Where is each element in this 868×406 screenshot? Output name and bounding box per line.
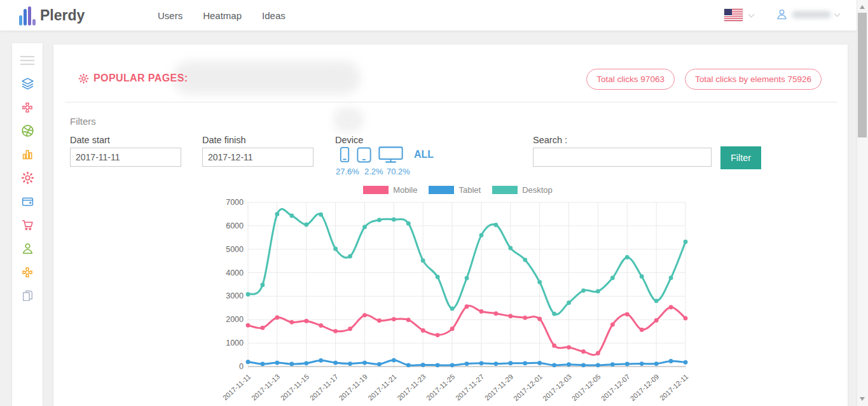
filters-title: Filters — [70, 116, 96, 127]
svg-text:2000: 2000 — [226, 315, 244, 324]
svg-text:2017-11-25: 2017-11-25 — [425, 373, 456, 402]
legend-item-mobile[interactable]: Mobile — [363, 185, 417, 195]
nav-item-users[interactable]: Users — [158, 10, 183, 21]
svg-text:2017-11-15: 2017-11-15 — [279, 373, 310, 402]
page-title: POPULAR PAGES: — [93, 73, 188, 84]
svg-text:2017-11-27: 2017-11-27 — [454, 373, 485, 402]
svg-text:1000: 1000 — [226, 339, 244, 347]
language-selector[interactable] — [724, 9, 754, 21]
svg-text:2017-11-21: 2017-11-21 — [366, 373, 397, 402]
svg-text:7000: 7000 — [226, 198, 244, 207]
blurred-site-detail — [333, 107, 364, 132]
menu-icon[interactable] — [12, 48, 43, 72]
page-title-row: POPULAR PAGES: — [78, 73, 188, 84]
desktop-device-icon[interactable] — [378, 146, 403, 163]
clicks-line-chart[interactable]: 010002000300040005000600070002017-11-112… — [223, 197, 693, 406]
plerdy-dashboard: Plerdy Users Heatmap Ideas — [0, 0, 868, 406]
cart-icon[interactable] — [12, 213, 43, 237]
total-clicks-elements-badge: Total clicks by elements 75926 — [685, 69, 822, 90]
device-label: Device — [335, 135, 363, 145]
device-shares: 27.6% 2.2% 70.2% — [336, 167, 410, 176]
svg-text:3000: 3000 — [226, 291, 244, 300]
total-clicks-badge: Total clicks 97063 — [586, 69, 675, 90]
top-header: Plerdy Users Heatmap Ideas — [0, 0, 857, 31]
date-finish-input[interactable] — [202, 148, 313, 167]
gear-icon[interactable] — [12, 166, 43, 190]
svg-text:2017-11-17: 2017-11-17 — [308, 373, 340, 402]
user-icon[interactable] — [12, 237, 43, 260]
puzzle-alt-icon[interactable] — [12, 260, 43, 284]
filter-button[interactable]: Filter — [720, 146, 761, 169]
date-finish-label: Date finish — [202, 135, 246, 145]
svg-text:2017-12-11: 2017-12-11 — [658, 373, 689, 402]
plerdy-logo[interactable]: Plerdy — [19, 5, 85, 25]
documents-icon[interactable] — [12, 284, 43, 307]
account-menu[interactable] — [776, 8, 839, 20]
device-filter: ALL — [340, 146, 434, 163]
top-navigation: Users Heatmap Ideas — [158, 0, 286, 31]
date-start-label: Date start — [70, 135, 110, 145]
search-input[interactable] — [533, 148, 712, 167]
layers-icon[interactable] — [12, 72, 43, 95]
legend-item-tablet[interactable]: Tablet — [429, 185, 481, 195]
sidebar — [12, 43, 43, 406]
nav-item-heatmap[interactable]: Heatmap — [203, 10, 242, 21]
chevron-down-icon — [834, 10, 841, 17]
scrollbar-thumb[interactable] — [858, 13, 867, 137]
svg-text:2017-12-09: 2017-12-09 — [629, 373, 661, 403]
dribbble-icon[interactable] — [12, 119, 43, 143]
svg-text:2017-12-05: 2017-12-05 — [570, 373, 602, 403]
totals-badges: Total clicks 97063 Total clicks by eleme… — [586, 69, 822, 90]
puzzle-icon[interactable] — [12, 95, 43, 119]
tablet-share: 2.2% — [364, 167, 387, 176]
nav-item-ideas[interactable]: Ideas — [262, 10, 286, 21]
tablet-swatch — [429, 186, 454, 194]
gear-icon — [78, 73, 89, 84]
svg-text:2017-11-29: 2017-11-29 — [483, 373, 514, 402]
bar-chart-icon[interactable] — [12, 143, 43, 166]
search-label: Search : — [533, 135, 567, 145]
desktop-swatch — [492, 186, 518, 194]
series-line-desktop — [248, 209, 685, 314]
divider — [65, 102, 837, 102]
svg-text:0: 0 — [239, 362, 244, 371]
desktop-share: 70.2% — [387, 167, 410, 176]
scroll-down-arrow-icon[interactable] — [860, 397, 865, 401]
date-start-input[interactable] — [70, 148, 181, 167]
svg-text:2017-11-11: 2017-11-11 — [223, 373, 252, 402]
scroll-up-arrow-icon[interactable] — [860, 5, 865, 9]
device-all-button[interactable]: ALL — [414, 146, 434, 163]
chart-legend: Mobile Tablet Desktop — [223, 185, 693, 195]
line-chart-svg: 010002000300040005000600070002017-11-112… — [223, 197, 693, 406]
svg-text:6000: 6000 — [226, 221, 244, 230]
mobile-share: 27.6% — [336, 167, 364, 176]
blurred-site-name — [173, 61, 361, 94]
us-flag-icon — [724, 9, 743, 21]
user-icon — [776, 8, 788, 20]
svg-text:4000: 4000 — [226, 269, 244, 277]
mobile-device-icon[interactable] — [340, 146, 350, 163]
mobile-swatch — [363, 186, 389, 194]
svg-text:2017-11-23: 2017-11-23 — [396, 373, 427, 402]
wallet-icon[interactable] — [12, 190, 43, 213]
logo-text: Plerdy — [40, 5, 85, 25]
popular-pages-panel: POPULAR PAGES: Total clicks 97063 Total … — [53, 45, 848, 406]
svg-text:2017-12-03: 2017-12-03 — [541, 373, 573, 403]
svg-text:5000: 5000 — [226, 245, 244, 254]
svg-text:2017-12-01: 2017-12-01 — [512, 373, 544, 403]
window-scrollbar — [857, 0, 868, 406]
svg-text:2017-11-19: 2017-11-19 — [338, 373, 369, 402]
chevron-down-icon — [748, 11, 755, 17]
series-line-mobile — [248, 305, 685, 354]
svg-text:2017-12-07: 2017-12-07 — [600, 373, 631, 403]
tablet-device-icon[interactable] — [357, 147, 371, 163]
plerdy-logo-icon — [19, 5, 36, 25]
blurred-account-name — [792, 11, 831, 18]
legend-item-desktop[interactable]: Desktop — [492, 185, 553, 195]
svg-text:2017-11-13: 2017-11-13 — [250, 373, 281, 402]
